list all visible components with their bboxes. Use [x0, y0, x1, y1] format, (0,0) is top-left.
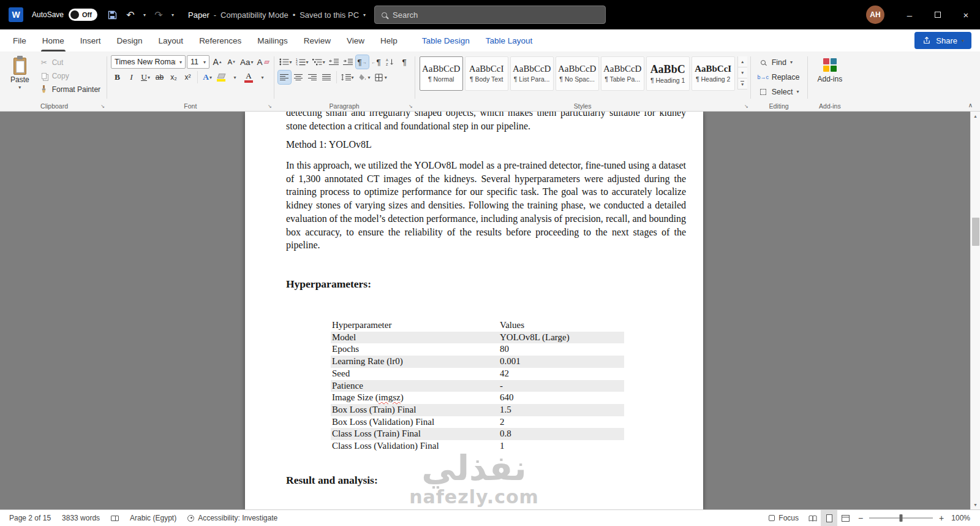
tab-help[interactable]: Help	[372, 29, 405, 51]
style-heading-1[interactable]: AaBbC¶ Heading 1	[646, 56, 690, 91]
vertical-scrollbar[interactable]: ▲ ▼	[970, 112, 980, 509]
table-cell[interactable]: 0.8	[499, 428, 624, 440]
numbering-button[interactable]: 123▾	[295, 55, 310, 69]
paste-button[interactable]: Paste ▾	[4, 54, 36, 101]
language-indicator[interactable]: Arabic (Egypt)	[124, 510, 182, 526]
clipped-paragraph[interactable]: detecting small and irregularly shaped o…	[286, 112, 686, 132]
method-heading[interactable]: Method 1: YOLOv8L	[286, 139, 372, 150]
style-list-para[interactable]: AaBbCcD¶ List Para...	[510, 56, 554, 91]
align-right-button[interactable]	[306, 71, 319, 84]
styles-scroll-down-button[interactable]: ▼	[738, 67, 747, 78]
table-cell[interactable]: Class Loss (Train) Final	[331, 428, 499, 440]
subscript-button[interactable]: x₂	[167, 71, 180, 84]
borders-button[interactable]: ▾	[373, 71, 388, 84]
highlight-color-button[interactable]	[215, 71, 227, 84]
style-body-text[interactable]: AaBbCcI¶ Body Text	[465, 56, 508, 91]
style-normal[interactable]: AaBbCcD¶ Normal	[420, 56, 463, 91]
table-cell[interactable]: Class Loss (Validation) Final	[331, 440, 499, 452]
table-header-cell[interactable]: Values	[499, 319, 624, 332]
style-heading-2[interactable]: AaBbCcI¶ Heading 2	[692, 56, 735, 91]
body-paragraph[interactable]: In this approach, we utilized the YOLOv8…	[286, 159, 686, 252]
tab-file[interactable]: File	[5, 29, 34, 51]
tab-layout[interactable]: Layout	[151, 29, 192, 51]
strikethrough-button[interactable]: ab	[153, 71, 166, 84]
undo-dropdown-button[interactable]: ▾	[140, 6, 149, 24]
tab-table-layout[interactable]: Table Layout	[478, 29, 541, 51]
zoom-in-button[interactable]: +	[935, 513, 948, 523]
zoom-level-indicator[interactable]: 100%	[948, 514, 976, 522]
sort-button[interactable]: AZ	[384, 55, 397, 69]
tab-mailings[interactable]: Mailings	[249, 29, 296, 51]
styles-scroll-up-button[interactable]: ▲	[738, 56, 747, 67]
zoom-out-button[interactable]: −	[854, 513, 867, 523]
increase-indent-button[interactable]	[342, 55, 355, 69]
table-header-cell[interactable]: Hyperparameter	[331, 319, 499, 332]
share-button[interactable]: Share ▾	[914, 32, 971, 49]
copy-button[interactable]: Copy	[36, 69, 104, 83]
tab-view[interactable]: View	[339, 29, 372, 51]
table-cell[interactable]: Patience	[331, 380, 499, 392]
paragraph-dialog-launcher[interactable]: ↘	[409, 104, 413, 109]
print-layout-button[interactable]	[821, 510, 837, 526]
ltr-text-direction-button[interactable]: ¶→	[356, 55, 369, 69]
user-avatar[interactable]: AH	[866, 6, 884, 24]
table-cell[interactable]: Image Size (imgsz)	[331, 392, 499, 404]
collapse-ribbon-button[interactable]: ∧	[968, 102, 973, 109]
focus-mode-button[interactable]: Focus	[763, 510, 804, 526]
scroll-down-arrow[interactable]: ▼	[971, 503, 980, 507]
table-cell[interactable]: 42	[499, 368, 624, 380]
clipboard-dialog-launcher[interactable]: ↘	[100, 104, 105, 109]
search-box[interactable]: Search	[374, 6, 606, 24]
italic-button[interactable]: I	[125, 71, 138, 84]
save-button[interactable]	[104, 6, 121, 24]
addins-button[interactable]: Add-ins	[810, 54, 850, 101]
tab-table-design[interactable]: Table Design	[414, 29, 478, 51]
web-layout-button[interactable]	[837, 510, 854, 526]
styles-dialog-launcher[interactable]: ↘	[744, 104, 748, 109]
hyperparameters-table[interactable]: HyperparameterValues ModelYOLOv8L (Large…	[331, 319, 624, 452]
align-center-button[interactable]	[292, 71, 305, 84]
font-dialog-launcher[interactable]: ↘	[268, 104, 272, 109]
minimize-button[interactable]: –	[895, 0, 924, 29]
table-cell[interactable]: 640	[499, 392, 624, 404]
font-name-select[interactable]: Times New Roman ▾	[111, 55, 186, 69]
table-cell[interactable]: 0.001	[499, 356, 624, 368]
styles-more-button[interactable]: ▼	[738, 78, 747, 90]
change-case-button[interactable]: Aa▾	[239, 55, 255, 69]
word-count-indicator[interactable]: 3833 words	[56, 510, 105, 526]
tab-review[interactable]: Review	[296, 29, 339, 51]
highlight-dropdown[interactable]: ▾	[228, 71, 241, 84]
replace-button[interactable]: b→c Replace	[755, 70, 804, 84]
table-cell[interactable]: 80	[499, 343, 624, 356]
autosave-toggle[interactable]: Off	[69, 9, 97, 21]
table-cell[interactable]: Seed	[331, 368, 499, 380]
format-painter-button[interactable]: Format Painter	[36, 83, 104, 96]
tab-home[interactable]: Home	[34, 29, 72, 51]
line-spacing-button[interactable]: ▾	[340, 71, 355, 84]
shrink-font-button[interactable]: A▾	[225, 55, 238, 69]
table-cell[interactable]: Epochs	[331, 343, 499, 356]
align-left-button[interactable]	[278, 71, 291, 84]
cut-button[interactable]: ✂ Cut	[36, 56, 104, 69]
rtl-text-direction-button[interactable]: ←¶	[370, 55, 383, 69]
read-mode-button[interactable]	[804, 510, 821, 526]
zoom-slider[interactable]	[869, 517, 933, 519]
table-cell[interactable]: 1	[499, 440, 624, 452]
table-cell[interactable]: YOLOv8L (Large)	[499, 332, 624, 344]
grow-font-button[interactable]: A▴	[211, 55, 224, 69]
maximize-button[interactable]	[924, 0, 952, 29]
quick-access-overflow-button[interactable]: ▾	[168, 6, 177, 24]
result-heading[interactable]: Result and analysis:	[286, 474, 378, 487]
scroll-up-arrow[interactable]: ▲	[971, 114, 980, 118]
select-button[interactable]: Select ▾	[755, 85, 804, 99]
table-cell[interactable]: Model	[331, 332, 499, 344]
bullets-button[interactable]: ▾	[278, 55, 293, 69]
redo-button[interactable]: ↷	[150, 6, 167, 24]
close-button[interactable]: ×	[952, 0, 980, 29]
tab-insert[interactable]: Insert	[72, 29, 109, 51]
tab-references[interactable]: References	[191, 29, 249, 51]
font-color-button[interactable]: A	[243, 71, 255, 84]
document-title[interactable]: Paper - Compatibility Mode • Saved to th…	[188, 10, 366, 20]
table-cell[interactable]: -	[499, 380, 624, 392]
table-cell[interactable]: Box Loss (Train) Final	[331, 404, 499, 416]
